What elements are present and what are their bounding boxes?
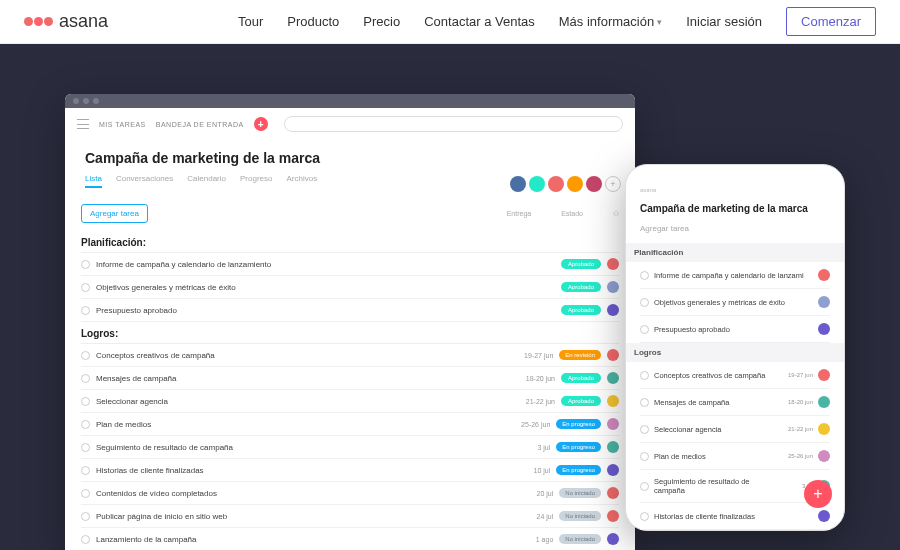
assignee-avatar[interactable] (607, 395, 619, 407)
complete-checkbox[interactable] (81, 306, 90, 315)
assignee-avatar[interactable] (818, 510, 830, 522)
quick-add-button[interactable]: + (254, 117, 268, 131)
complete-checkbox[interactable] (640, 371, 649, 380)
complete-checkbox[interactable] (640, 482, 649, 491)
task-row[interactable]: Historias de cliente finalizadas10 julEn… (81, 459, 619, 482)
member-avatar[interactable] (529, 176, 545, 192)
task-row[interactable]: Publicar página de inicio en sitio web24… (81, 505, 619, 528)
search-input[interactable] (284, 116, 623, 132)
complete-checkbox[interactable] (81, 466, 90, 475)
nav-producto[interactable]: Producto (287, 14, 339, 29)
mobile-task-row[interactable]: Plan de medios25-26 jun (640, 443, 830, 470)
complete-checkbox[interactable] (81, 512, 90, 521)
status-pill[interactable]: En progreso (556, 465, 601, 475)
nav-contactar[interactable]: Contactar a Ventas (424, 14, 535, 29)
status-pill[interactable]: No iniciado (559, 511, 601, 521)
assignee-avatar[interactable] (818, 450, 830, 462)
task-row[interactable]: Seleccionar agencia21-22 junAprobado (81, 390, 619, 413)
mobile-add-task[interactable]: Agregar tarea (640, 224, 830, 233)
assignee-avatar[interactable] (607, 372, 619, 384)
assignee-avatar[interactable] (607, 304, 619, 316)
task-row[interactable]: Mensajes de campaña18-20 junAprobado (81, 367, 619, 390)
status-pill[interactable]: No iniciado (559, 534, 601, 544)
complete-checkbox[interactable] (640, 452, 649, 461)
assignee-avatar[interactable] (607, 533, 619, 545)
complete-checkbox[interactable] (81, 351, 90, 360)
tab-progreso[interactable]: Progreso (240, 174, 272, 188)
assignee-avatar[interactable] (818, 269, 830, 281)
mobile-task-row[interactable]: Seguimiento de resultado de campaña3 jul (640, 470, 830, 503)
task-row[interactable]: Presupuesto aprobadoAprobado (81, 299, 619, 322)
complete-checkbox[interactable] (640, 512, 649, 521)
assignee-avatar[interactable] (607, 487, 619, 499)
nav-tour[interactable]: Tour (238, 14, 263, 29)
mobile-task-row[interactable]: Historias de cliente finalizadas (640, 503, 830, 530)
assignee-avatar[interactable] (607, 418, 619, 430)
assignee-avatar[interactable] (607, 441, 619, 453)
assignee-avatar[interactable] (607, 281, 619, 293)
status-pill[interactable]: En revisión (559, 350, 601, 360)
task-row[interactable]: Informe de campaña y calendario de lanza… (81, 253, 619, 276)
status-pill[interactable]: En progreso (556, 442, 601, 452)
complete-checkbox[interactable] (640, 325, 649, 334)
status-pill[interactable]: Aprobado (561, 305, 601, 315)
assignee-avatar[interactable] (607, 510, 619, 522)
assignee-avatar[interactable] (818, 296, 830, 308)
toolbar-mistareas[interactable]: MIS TAREAS (99, 121, 146, 128)
assignee-avatar[interactable] (818, 323, 830, 335)
toolbar-bandeja[interactable]: BANDEJA DE ENTRADA (156, 121, 244, 128)
nav-mas-informacion[interactable]: Más información ▾ (559, 14, 662, 29)
status-pill[interactable]: No iniciado (559, 488, 601, 498)
task-row[interactable]: Plan de medios25-26 junEn progreso (81, 413, 619, 436)
nav-login[interactable]: Iniciar sesión (686, 14, 762, 29)
complete-checkbox[interactable] (81, 420, 90, 429)
complete-checkbox[interactable] (81, 260, 90, 269)
member-avatar[interactable] (586, 176, 602, 192)
mobile-task-row[interactable]: Seleccionar agencia21-22 jun (640, 416, 830, 443)
task-row[interactable]: Lanzamiento de la campaña1 agoNo iniciad… (81, 528, 619, 550)
complete-checkbox[interactable] (81, 397, 90, 406)
complete-checkbox[interactable] (640, 271, 649, 280)
complete-checkbox[interactable] (640, 298, 649, 307)
task-row[interactable]: Contenidos de vídeo completados20 julNo … (81, 482, 619, 505)
assignee-avatar[interactable] (607, 464, 619, 476)
task-row[interactable]: Conceptos creativos de campaña19-27 junE… (81, 344, 619, 367)
assignee-avatar[interactable] (607, 258, 619, 270)
cta-comenzar-button[interactable]: Comenzar (786, 7, 876, 36)
complete-checkbox[interactable] (640, 425, 649, 434)
status-pill[interactable]: Aprobado (561, 373, 601, 383)
task-row[interactable]: Seguimiento de resultado de campaña3 jul… (81, 436, 619, 459)
add-member-button[interactable]: + (605, 176, 621, 192)
tab-conversaciones[interactable]: Conversaciones (116, 174, 173, 188)
complete-checkbox[interactable] (81, 489, 90, 498)
status-pill[interactable]: Aprobado (561, 259, 601, 269)
mobile-task-row[interactable]: Presupuesto aprobado (640, 316, 830, 343)
assignee-avatar[interactable] (607, 349, 619, 361)
complete-checkbox[interactable] (81, 535, 90, 544)
mobile-task-row[interactable]: Objetivos generales y métricas de éxito (640, 289, 830, 316)
complete-checkbox[interactable] (81, 283, 90, 292)
tab-archivos[interactable]: Archivos (286, 174, 317, 188)
status-pill[interactable]: En progreso (556, 419, 601, 429)
tab-lista[interactable]: Lista (85, 174, 102, 188)
mobile-fab-button[interactable]: + (804, 480, 832, 508)
assignee-avatar[interactable] (818, 396, 830, 408)
mobile-task-row[interactable]: Conceptos creativos de campaña19-27 jun (640, 362, 830, 389)
add-task-button[interactable]: Agregar tarea (81, 204, 148, 223)
mobile-task-row[interactable]: Mensajes de campaña18-20 jun (640, 389, 830, 416)
menu-icon[interactable] (77, 119, 89, 129)
assignee-avatar[interactable] (818, 369, 830, 381)
member-avatar[interactable] (567, 176, 583, 192)
complete-checkbox[interactable] (81, 374, 90, 383)
assignee-avatar[interactable] (818, 423, 830, 435)
nav-precio[interactable]: Precio (363, 14, 400, 29)
member-avatar[interactable] (548, 176, 564, 192)
status-pill[interactable]: Aprobado (561, 282, 601, 292)
status-pill[interactable]: Aprobado (561, 396, 601, 406)
complete-checkbox[interactable] (640, 398, 649, 407)
brand-logo[interactable]: asana (24, 11, 108, 32)
member-avatar[interactable] (510, 176, 526, 192)
task-row[interactable]: Objetivos generales y métricas de éxitoA… (81, 276, 619, 299)
complete-checkbox[interactable] (81, 443, 90, 452)
mobile-task-row[interactable]: Informe de campaña y calendario de lanza… (640, 262, 830, 289)
